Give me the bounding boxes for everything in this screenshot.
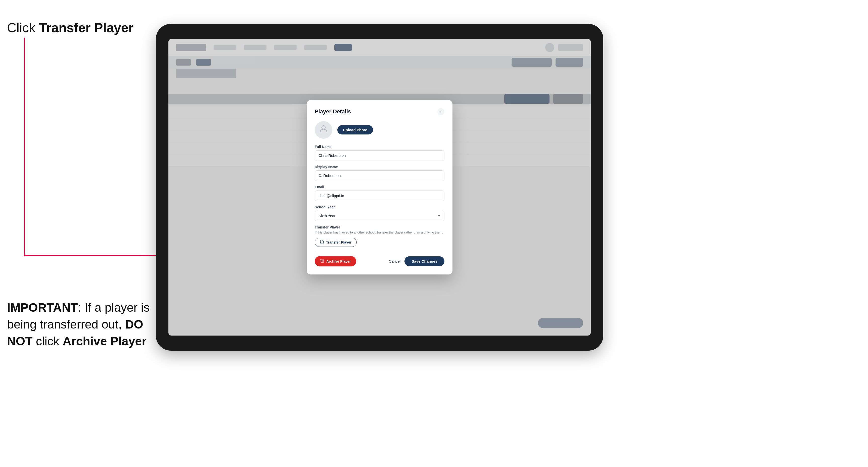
transfer-button-label: Transfer Player <box>326 240 351 244</box>
school-year-label: School Year <box>315 205 444 209</box>
display-name-group: Display Name <box>315 165 444 181</box>
email-input[interactable] <box>315 190 444 201</box>
annotation-vertical-line <box>24 38 25 256</box>
instruction-bottom: IMPORTANT: If a player is being transfer… <box>7 299 153 350</box>
upload-photo-button[interactable]: Upload Photo <box>337 125 373 134</box>
svg-point-0 <box>322 126 325 129</box>
transfer-player-button[interactable]: Transfer Player <box>315 238 357 247</box>
school-year-group: School Year First Year Second Year Third… <box>315 205 444 221</box>
archive-icon <box>320 259 324 264</box>
email-group: Email <box>315 185 444 201</box>
transfer-section-description: If this player has moved to another scho… <box>315 230 444 235</box>
close-icon: × <box>440 109 442 114</box>
modal-footer: Archive Player Cancel Save Changes <box>315 252 444 267</box>
instruction-top: Click Transfer Player <box>7 20 133 35</box>
tablet-screen: Player Details × <box>168 39 591 336</box>
school-year-select[interactable]: First Year Second Year Third Year Fourth… <box>315 211 444 221</box>
transfer-section-title: Transfer Player <box>315 225 444 229</box>
modal-close-button[interactable]: × <box>437 108 444 115</box>
tablet-device: Player Details × <box>156 24 603 351</box>
modal-overlay: Player Details × <box>168 39 591 336</box>
email-label: Email <box>315 185 444 189</box>
full-name-input[interactable] <box>315 150 444 161</box>
cancel-button[interactable]: Cancel <box>389 259 401 263</box>
archive-button-label: Archive Player <box>326 259 351 263</box>
svg-rect-1 <box>321 259 324 260</box>
transfer-section: Transfer Player If this player has moved… <box>315 225 444 247</box>
modal-title: Player Details <box>315 108 351 115</box>
person-icon <box>319 124 328 135</box>
full-name-label: Full Name <box>315 145 444 149</box>
player-details-modal: Player Details × <box>307 100 453 275</box>
avatar <box>315 121 332 139</box>
footer-right: Cancel Save Changes <box>389 256 444 266</box>
modal-header: Player Details × <box>315 108 444 115</box>
photo-section: Upload Photo <box>315 121 444 139</box>
display-name-label: Display Name <box>315 165 444 169</box>
full-name-group: Full Name <box>315 145 444 161</box>
display-name-input[interactable] <box>315 170 444 181</box>
archive-player-button[interactable]: Archive Player <box>315 256 356 267</box>
transfer-icon <box>320 240 324 244</box>
save-changes-button[interactable]: Save Changes <box>404 256 444 266</box>
